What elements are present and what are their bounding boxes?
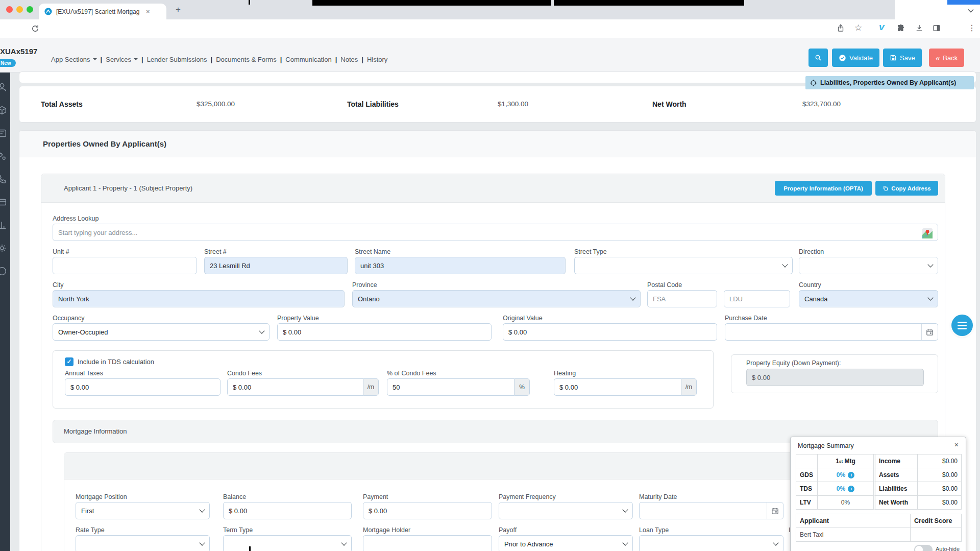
- mortgage-holder-label: Mortgage Holder: [363, 526, 492, 534]
- applicant-table: Applicant Credit Score Bert Taxi: [796, 514, 962, 542]
- toggle-knob: [915, 546, 923, 551]
- screenshot-root: { "browser": { "tab_title": "[EXUAx5197]…: [0, 0, 980, 551]
- field-mortgage-position: Mortgage Position First: [76, 493, 210, 519]
- rate-type-label: Rate Type: [76, 526, 210, 534]
- payment-label: Payment: [363, 493, 492, 500]
- auto-hide-toggle[interactable]: [914, 545, 933, 551]
- toast-text: Liabilities, Properties Owned By Applica…: [820, 79, 956, 86]
- balance-input[interactable]: [223, 502, 352, 519]
- mtg-col-header: 1st Mtg: [818, 454, 874, 468]
- field-mortgage-holder: Mortgage Holder: [363, 526, 492, 551]
- gds-value: 0%i: [818, 468, 874, 482]
- info-icon[interactable]: i: [848, 472, 854, 478]
- term-type-label: Term Type: [223, 526, 352, 534]
- mortgage-holder-input[interactable]: [363, 535, 492, 551]
- chevron-down-icon: [773, 540, 778, 545]
- crosshair-icon: [810, 79, 817, 87]
- maturity-date-input[interactable]: [639, 502, 783, 519]
- tds-value: 0%i: [818, 482, 874, 496]
- field-loan-type: Loan Type: [639, 526, 783, 551]
- mortgage-position-select[interactable]: First: [76, 502, 210, 519]
- chevron-down-icon: [199, 507, 205, 512]
- networth-value: $0.00: [918, 496, 962, 510]
- applicant-col-header: Applicant: [796, 514, 911, 528]
- field-payment-frequency: Payment Frequency: [499, 493, 633, 519]
- chevron-down-icon: [622, 540, 628, 545]
- rate-type-select[interactable]: [76, 535, 210, 551]
- applicant-name-cell: Bert Taxi: [796, 528, 911, 542]
- chevron-down-icon: [622, 507, 628, 512]
- assets-label: Assets: [874, 468, 918, 482]
- payment-frequency-label: Payment Frequency: [499, 493, 633, 500]
- auto-hide-label: Auto-hide: [936, 546, 960, 551]
- networth-label: Net Worth: [874, 496, 918, 510]
- ltv-value: 0%: [818, 496, 874, 510]
- artifact-mark: [249, 546, 251, 551]
- payoff-label: Payoff: [499, 526, 633, 534]
- field-payoff: Payoff Prior to Advance: [499, 526, 633, 551]
- hamburger-icon: [958, 322, 967, 323]
- balance-label: Balance: [223, 493, 352, 500]
- assets-value: $0.00: [918, 468, 962, 482]
- section-toast[interactable]: Liabilities, Properties Owned By Applica…: [805, 76, 974, 89]
- field-rate-type: Rate Type: [76, 526, 210, 551]
- chevron-down-icon: [199, 540, 205, 545]
- payoff-select[interactable]: Prior to Advance: [499, 535, 633, 551]
- calendar-icon[interactable]: [767, 502, 783, 519]
- field-balance: Balance: [223, 493, 352, 519]
- loan-type-select[interactable]: [639, 535, 783, 551]
- mortgage-summary-title: Mortgage Summary: [798, 442, 854, 449]
- income-value: $0.00: [918, 454, 962, 468]
- mortgage-position-label: Mortgage Position: [76, 493, 210, 500]
- credit-score-col-header: Credit Score: [911, 514, 962, 528]
- payment-frequency-select[interactable]: [499, 502, 633, 519]
- info-icon[interactable]: i: [848, 486, 854, 492]
- close-icon[interactable]: ×: [954, 441, 959, 449]
- income-label: Income: [874, 454, 918, 468]
- liabilities-label: Liabilities: [874, 482, 918, 496]
- field-maturity-date: Maturity Date: [639, 493, 783, 519]
- mortgage-summary-popup: Mortgage Summary × 1st Mtg Income $0.00 …: [790, 437, 966, 551]
- maturity-date-label: Maturity Date: [639, 493, 783, 500]
- mortgage-position-value: First: [81, 507, 94, 515]
- gds-label: GDS: [796, 468, 818, 482]
- tds-label: TDS: [796, 482, 818, 496]
- field-term-type: Term Type: [223, 526, 352, 551]
- credit-score-cell: [911, 528, 962, 542]
- empty-cell: [796, 454, 818, 468]
- payment-input[interactable]: [363, 502, 492, 519]
- payoff-value: Prior to Advance: [504, 540, 553, 548]
- field-payment: Payment: [363, 493, 492, 519]
- term-type-select[interactable]: [223, 535, 352, 551]
- chevron-down-icon: [341, 540, 347, 545]
- liabilities-value: $0.00: [918, 482, 962, 496]
- ratios-table: 1st Mtg Income $0.00 GDS 0%i Assets $0.0…: [796, 454, 962, 510]
- floating-menu-button[interactable]: [951, 315, 973, 336]
- loan-type-label: Loan Type: [639, 526, 783, 534]
- ltv-label: LTV: [796, 496, 818, 510]
